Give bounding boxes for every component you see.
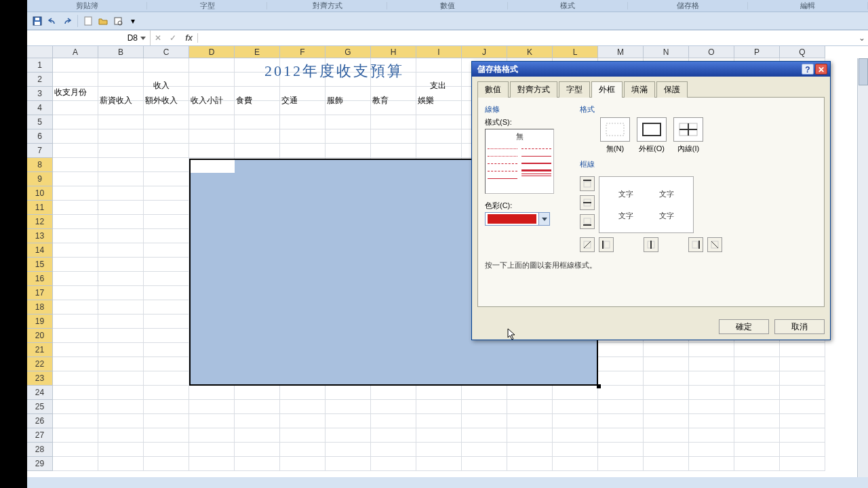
border-vmiddle-button[interactable] xyxy=(644,237,658,252)
row-header-22[interactable]: 22 xyxy=(27,357,53,371)
border-top-button[interactable] xyxy=(580,176,595,191)
line-section-label: 線條 xyxy=(485,104,566,115)
col-header-p[interactable]: P xyxy=(734,46,780,58)
save-icon[interactable] xyxy=(31,15,43,27)
svg-rect-12 xyxy=(584,182,591,187)
color-label: 色彩(C): xyxy=(485,201,566,211)
row-header-18[interactable]: 18 xyxy=(27,300,53,314)
selection-handle[interactable] xyxy=(597,384,601,388)
formula-input[interactable] xyxy=(198,31,856,45)
col-header-n[interactable]: N xyxy=(644,46,689,58)
col-header-m[interactable]: M xyxy=(598,46,644,58)
vertical-scrollbar[interactable] xyxy=(857,58,868,477)
border-diag-down-button[interactable] xyxy=(707,237,722,252)
row-header-9[interactable]: 9 xyxy=(27,172,53,186)
open-icon[interactable] xyxy=(97,15,109,27)
border-hmiddle-button[interactable] xyxy=(580,195,595,210)
preset-none[interactable]: 無(N) xyxy=(600,117,630,154)
col-header-i[interactable]: I xyxy=(416,46,462,58)
border-diag-up-button[interactable] xyxy=(580,237,595,252)
ribbon-group-number: 數值 xyxy=(387,1,507,11)
cell-c3: 額外收入 xyxy=(145,95,178,106)
redo-icon[interactable] xyxy=(61,15,73,27)
row-header-2[interactable]: 2 xyxy=(27,73,53,87)
help-icon[interactable]: ? xyxy=(802,64,814,75)
preset-outline[interactable]: 外框(O) xyxy=(637,117,667,154)
row-header-16[interactable]: 16 xyxy=(27,272,53,286)
row-header-26[interactable]: 26 xyxy=(27,414,53,428)
border-left-button[interactable] xyxy=(599,237,614,252)
row-header-24[interactable]: 24 xyxy=(27,386,53,400)
formula-expand-icon[interactable]: ⌄ xyxy=(856,33,868,43)
row-header-19[interactable]: 19 xyxy=(27,314,53,329)
name-box[interactable]: D8 xyxy=(27,30,151,45)
line-style-list[interactable]: 無 xyxy=(485,129,554,194)
tab-font[interactable]: 字型 xyxy=(559,81,590,98)
new-icon[interactable] xyxy=(82,15,94,27)
col-header-d[interactable]: D xyxy=(189,46,235,58)
row-header-8[interactable]: 8 xyxy=(27,158,53,172)
cell-f3: 交通 xyxy=(281,95,298,106)
row-header-12[interactable]: 12 xyxy=(27,215,53,229)
sheet-title: 2012年度收支預算 xyxy=(264,61,404,81)
col-header-c[interactable]: C xyxy=(144,46,189,58)
ribbon-group-alignment: 對齊方式 xyxy=(267,1,387,11)
row-header-11[interactable]: 11 xyxy=(27,201,53,215)
quick-access-toolbar: ▾ xyxy=(27,12,868,30)
row-header-25[interactable]: 25 xyxy=(27,400,53,414)
tab-fill[interactable]: 填滿 xyxy=(624,81,655,98)
row-header-1[interactable]: 1 xyxy=(27,58,53,73)
undo-icon[interactable] xyxy=(46,15,58,27)
row-header-17[interactable]: 17 xyxy=(27,286,53,300)
preset-inside[interactable]: 內線(I) xyxy=(673,117,703,154)
col-header-q[interactable]: Q xyxy=(780,46,825,58)
row-header-27[interactable]: 27 xyxy=(27,428,53,443)
tab-border[interactable]: 外框 xyxy=(591,81,623,98)
col-header-e[interactable]: E xyxy=(235,46,280,58)
color-picker[interactable] xyxy=(485,212,550,226)
cell-e3: 食費 xyxy=(236,95,252,106)
col-header-g[interactable]: G xyxy=(326,46,371,58)
row-header-20[interactable]: 20 xyxy=(27,329,53,343)
col-header-b[interactable]: B xyxy=(98,46,144,58)
row-header-3[interactable]: 3 xyxy=(27,87,53,101)
qat-dropdown-icon[interactable]: ▾ xyxy=(127,15,139,27)
border-right-button[interactable] xyxy=(688,237,703,252)
col-header-l[interactable]: L xyxy=(553,46,598,58)
close-icon[interactable]: ✕ xyxy=(815,64,827,75)
row-header-4[interactable]: 4 xyxy=(27,101,53,115)
row-header-15[interactable]: 15 xyxy=(27,258,53,272)
tab-protection[interactable]: 保護 xyxy=(656,81,688,98)
border-bottom-button[interactable] xyxy=(580,214,595,229)
fx-icon[interactable]: fx xyxy=(180,33,198,43)
dialog-titlebar[interactable]: 儲存格格式 ? ✕ xyxy=(472,62,830,77)
col-header-a[interactable]: A xyxy=(53,46,98,58)
tab-number[interactable]: 數值 xyxy=(477,81,509,98)
row-header-10[interactable]: 10 xyxy=(27,186,53,201)
print-preview-icon[interactable] xyxy=(112,15,124,27)
col-header-o[interactable]: O xyxy=(689,46,734,58)
scroll-thumb[interactable] xyxy=(859,58,868,85)
ok-button[interactable]: 確定 xyxy=(719,319,769,334)
row-header-23[interactable]: 23 xyxy=(27,371,53,386)
row-header-13[interactable]: 13 xyxy=(27,229,53,243)
cancel-button[interactable]: 取消 xyxy=(774,319,825,334)
row-header-6[interactable]: 6 xyxy=(27,129,53,144)
col-header-h[interactable]: H xyxy=(371,46,416,58)
style-none[interactable]: 無 xyxy=(488,131,551,142)
format-cells-dialog: 儲存格格式 ? ✕ 數值 對齊方式 字型 外框 填滿 保護 線條 樣式(S): xyxy=(471,61,831,340)
col-header-j[interactable]: J xyxy=(462,46,507,58)
row-header-14[interactable]: 14 xyxy=(27,243,53,258)
chevron-down-icon[interactable] xyxy=(538,213,549,225)
col-header-k[interactable]: K xyxy=(507,46,553,58)
row-header-5[interactable]: 5 xyxy=(27,115,53,129)
select-all-corner[interactable] xyxy=(27,46,53,58)
border-preview[interactable]: 文字 文字 文字 文字 xyxy=(599,176,694,233)
svg-rect-23 xyxy=(692,241,698,248)
row-header-28[interactable]: 28 xyxy=(27,443,53,457)
tab-alignment[interactable]: 對齊方式 xyxy=(510,81,557,98)
row-header-21[interactable]: 21 xyxy=(27,343,53,357)
row-header-29[interactable]: 29 xyxy=(27,457,53,471)
row-header-7[interactable]: 7 xyxy=(27,144,53,158)
col-header-f[interactable]: F xyxy=(280,46,326,58)
